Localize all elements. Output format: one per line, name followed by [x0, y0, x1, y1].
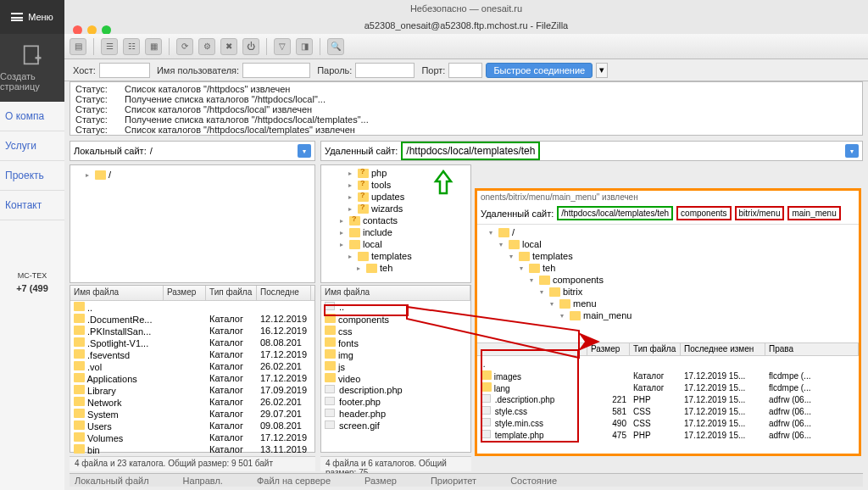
- col-size[interactable]: Размер: [164, 286, 206, 300]
- disconnect-icon[interactable]: ⏻: [242, 38, 259, 55]
- tree-item[interactable]: php: [371, 168, 387, 178]
- remote-filelist-a[interactable]: Имя файла .. components css fonts img js…: [320, 285, 471, 453]
- table-row[interactable]: js: [321, 360, 470, 372]
- col-name[interactable]: Имя файла: [70, 286, 164, 300]
- tree-item[interactable]: contacts: [363, 215, 398, 226]
- local-path-input[interactable]: [150, 146, 294, 156]
- table-row[interactable]: .volКаталог26.02.201: [70, 360, 314, 372]
- table-row[interactable]: .description.php221PHP17.12.2019 15...ad…: [477, 393, 859, 405]
- process-icon[interactable]: ⚙: [198, 38, 215, 55]
- cancel-icon[interactable]: ✖: [220, 38, 237, 55]
- menu-button[interactable]: Меню: [0, 0, 64, 34]
- remote-path-value[interactable]: /httpdocs/local/templates/teh: [401, 142, 540, 160]
- tree-item[interactable]: templates: [371, 251, 412, 261]
- quickconnect-dropdown[interactable]: ▾: [596, 63, 608, 78]
- table-row[interactable]: ApplicationsКаталог17.12.2019: [70, 372, 314, 384]
- tree-item[interactable]: teh: [380, 263, 392, 273]
- table-row[interactable]: LibraryКаталог17.09.2019: [70, 384, 314, 396]
- tree-item[interactable]: bitrix: [563, 287, 582, 297]
- table-row[interactable]: .Spotlight-V1...Каталог08.08.201: [70, 337, 314, 348]
- local-filelist[interactable]: Имя файла Размер Тип файла Последне .. .…: [70, 285, 315, 453]
- tree-item[interactable]: updates: [371, 192, 404, 202]
- toggle-log-icon[interactable]: ☰: [101, 38, 118, 55]
- user-input[interactable]: [242, 63, 310, 78]
- tree-item[interactable]: tools: [371, 180, 391, 190]
- overlay-files[interactable]: .. imagesКаталог17.12.2019 15...flcdmpe …: [477, 356, 859, 443]
- tree-item[interactable]: main_menu: [583, 310, 632, 320]
- annotation-green-arrow: [432, 170, 454, 197]
- tree-item[interactable]: /: [512, 227, 515, 237]
- path-seg-1[interactable]: components: [676, 206, 731, 220]
- toggle-queue-icon[interactable]: ▦: [145, 38, 162, 55]
- filter-icon[interactable]: ▽: [274, 38, 291, 55]
- table-row[interactable]: components: [321, 313, 470, 325]
- col-type[interactable]: Тип файла: [206, 286, 257, 300]
- quickconnect-button[interactable]: Быстрое соединение: [486, 63, 593, 78]
- table-row[interactable]: template.php475PHP17.12.2019 15...adfrw …: [477, 429, 859, 441]
- host-input[interactable]: [99, 63, 150, 78]
- table-row[interactable]: fonts: [321, 337, 470, 348]
- table-row[interactable]: langКаталог17.12.2019 15...flcdmpe (...: [477, 381, 859, 393]
- tree-item[interactable]: templates: [532, 251, 573, 261]
- remote-path-dropdown[interactable]: ▾: [845, 144, 859, 158]
- side-link-services[interactable]: Услуги: [0, 131, 64, 161]
- path-seg-3[interactable]: main_menu: [787, 206, 840, 220]
- ov-col-perms[interactable]: Права: [765, 343, 859, 355]
- tree-item[interactable]: /: [108, 170, 111, 180]
- create-page-label: Создать страницу: [0, 71, 64, 92]
- tree-item[interactable]: local: [363, 239, 382, 249]
- table-row[interactable]: style.min.css490CSS17.12.2019 15...adfrw…: [477, 417, 859, 429]
- remote-statusbar: 4 файла и 6 каталогов. Общий размер: 75: [320, 456, 471, 471]
- table-row[interactable]: screen.gif: [321, 420, 470, 432]
- queue-header: Локальный файлНаправл.Файл на сервереРаз…: [70, 473, 863, 487]
- ov-col-type[interactable]: Тип файла: [630, 343, 681, 355]
- table-row[interactable]: NetworkКаталог26.02.201: [70, 396, 314, 408]
- log-pane[interactable]: Статус:Список каталогов "/httpdocs" извл…: [70, 81, 863, 136]
- ov-col-modified[interactable]: Последнее измен: [681, 343, 765, 355]
- toggle-tree-icon[interactable]: ☷: [123, 38, 140, 55]
- table-row[interactable]: style.css581CSS17.12.2019 15...adfrw (06…: [477, 405, 859, 417]
- col-modified[interactable]: Последне: [257, 286, 311, 300]
- side-link-about[interactable]: О компа: [0, 102, 64, 131]
- table-row[interactable]: UsersКаталог09.08.201: [70, 420, 314, 432]
- table-row[interactable]: .DocumentRe...Каталог12.12.2019: [70, 313, 314, 325]
- side-link-contacts[interactable]: Контакт: [0, 191, 64, 220]
- path-seg-2[interactable]: bitrix/menu: [735, 206, 785, 220]
- table-row[interactable]: video: [321, 372, 470, 384]
- table-row[interactable]: .PKInstallSan...Каталог16.12.2019: [70, 325, 314, 337]
- compare-icon[interactable]: ◨: [296, 38, 313, 55]
- table-row[interactable]: imagesКаталог17.12.2019 15...flcdmpe (..…: [477, 370, 859, 381]
- table-row[interactable]: header.php: [321, 408, 470, 420]
- ov-col-name[interactable]: [477, 343, 587, 355]
- tree-item[interactable]: wizards: [371, 203, 403, 214]
- table-row[interactable]: SystemКаталог29.07.201: [70, 408, 314, 420]
- table-row[interactable]: ..: [321, 301, 470, 313]
- table-row[interactable]: .fseventsdКаталог17.12.2019: [70, 348, 314, 360]
- tree-item[interactable]: components: [553, 275, 604, 285]
- table-row[interactable]: description.php: [321, 384, 470, 396]
- table-row[interactable]: ..: [70, 301, 314, 313]
- tree-item[interactable]: menu: [573, 298, 597, 309]
- table-row[interactable]: img: [321, 348, 470, 360]
- local-path-dropdown[interactable]: ▾: [298, 144, 311, 158]
- svg-marker-4: [578, 332, 600, 351]
- search-icon[interactable]: 🔍: [327, 38, 344, 55]
- create-page-button[interactable]: Создать страницу: [0, 34, 64, 102]
- port-input[interactable]: [448, 63, 482, 78]
- side-link-projects[interactable]: Проекть: [0, 161, 64, 191]
- tree-item[interactable]: include: [363, 227, 392, 237]
- tree-item[interactable]: local: [522, 239, 542, 249]
- sitemanager-icon[interactable]: ▤: [70, 38, 86, 55]
- table-row[interactable]: binКаталог13.11.2019: [70, 443, 314, 455]
- col-name[interactable]: Имя файла: [321, 286, 470, 300]
- tree-item[interactable]: teh: [542, 263, 555, 273]
- path-seg-0[interactable]: /httpdocs/local/templates/teh: [557, 206, 673, 220]
- refresh-icon[interactable]: ⟳: [176, 38, 193, 55]
- overlay-tree[interactable]: ▾/▾local▾templates▾teh▾components▾bitrix…: [477, 224, 859, 342]
- local-tree[interactable]: ▸/: [70, 164, 315, 283]
- table-row[interactable]: ..: [477, 358, 859, 370]
- table-row[interactable]: footer.php: [321, 396, 470, 408]
- table-row[interactable]: css: [321, 325, 470, 337]
- pass-input[interactable]: [355, 63, 415, 78]
- table-row[interactable]: VolumesКаталог17.12.2019: [70, 432, 314, 443]
